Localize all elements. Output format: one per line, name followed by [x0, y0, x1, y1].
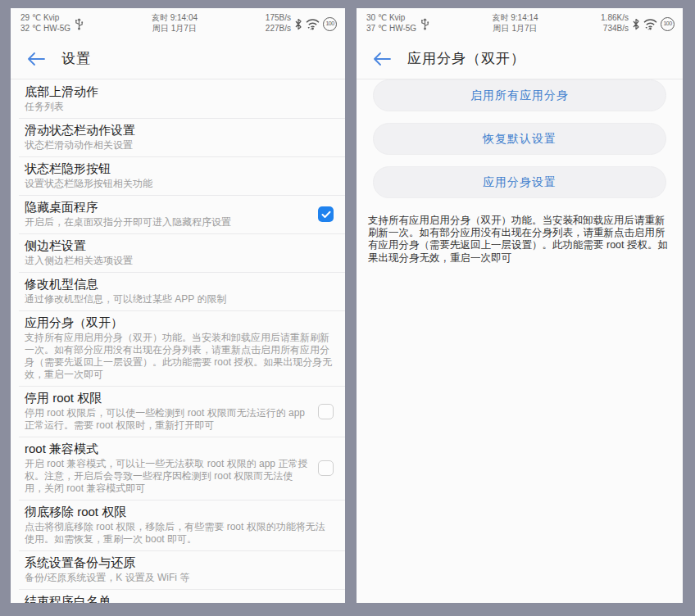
list-item-root-compat-mode[interactable]: root 兼容模式 开启 root 兼容模式，可以让一些无法获取 root 权限…: [11, 437, 345, 500]
checkbox-unchecked[interactable]: [318, 404, 334, 419]
item-subtitle: 备份/还原系统设置，K 设置及 WiFi 等: [25, 572, 334, 584]
list-item-kill-apps-whitelist[interactable]: 结束程序白名单: [11, 589, 345, 603]
item-title: 底部上滑动作: [25, 84, 334, 99]
status-upload-speed: 175B/s: [266, 13, 291, 24]
item-title: 系统设置备份与还原: [25, 555, 334, 570]
item-title: 修改机型信息: [25, 277, 334, 292]
status-download-speed: 734B/s: [601, 24, 629, 34]
status-date: 周日 1月7日: [492, 24, 538, 34]
item-subtitle: 点击将彻底移除 root 权限，移除后，有些需要 root 权限的功能将无法使用…: [25, 521, 334, 546]
page-title: 应用分身（双开）: [407, 49, 525, 68]
list-item-remove-root[interactable]: 彻底移除 root 权限 点击将彻底移除 root 权限，移除后，有些需要 ro…: [11, 500, 345, 550]
item-title: 结束程序白名单: [25, 594, 334, 603]
item-subtitle: 开启 root 兼容模式，可以让一些无法获取 root 权限的 app 正常授权…: [25, 458, 310, 495]
item-subtitle: 停用 root 权限后，可以使一些检测到 root 权限而无法运行的 app 正…: [25, 407, 310, 432]
checkbox-checked[interactable]: [318, 206, 334, 222]
item-title: 停用 root 权限: [25, 391, 310, 405]
status-time: 亥时 9:14:04: [152, 13, 198, 24]
item-subtitle: 开启后，在桌面双指分开即可进入隐藏程序设置: [25, 216, 310, 229]
item-subtitle: 进入侧边栏相关选项设置: [25, 255, 334, 267]
item-title: root 兼容模式: [25, 442, 310, 456]
list-item-hide-launcher-apps[interactable]: 隐藏桌面程序 开启后，在桌面双指分开即可进入隐藏程序设置: [11, 195, 345, 233]
list-item-disable-root[interactable]: 停用 root 权限 停用 root 权限后，可以使一些检测到 root 权限而…: [11, 386, 345, 437]
item-subtitle: 状态栏滑动动作相关设置: [25, 139, 334, 152]
status-bar: 30 ℃ Kvip 37 ℃ HW-5G 亥时 9:14:1: [357, 8, 683, 39]
list-item-statusbar-invisible-button[interactable]: 状态栏隐形按钮 设置状态栏隐形按钮相关功能: [11, 156, 345, 195]
item-subtitle: 任务列表: [25, 101, 334, 113]
app-twin-settings-button[interactable]: 应用分身设置: [373, 166, 666, 198]
wifi-icon: [305, 18, 320, 30]
status-temp-2: 37 ℃ HW-5G: [366, 24, 416, 34]
bluetooth-icon: [632, 18, 640, 30]
usb-icon: [420, 16, 429, 30]
item-subtitle: 设置状态栏隐形按钮相关功能: [25, 178, 334, 190]
status-temp-1: 30 ℃ Kvip: [366, 13, 416, 24]
status-time: 亥时 9:14:14: [492, 13, 538, 24]
battery-circle-icon: 100: [323, 17, 337, 31]
list-item-backup-restore[interactable]: 系统设置备份与还原 备份/还原系统设置，K 设置及 WiFi 等: [11, 550, 345, 589]
back-arrow-icon[interactable]: [373, 52, 391, 66]
settings-screen: 29 ℃ Kvip 32 ℃ HW-5G 亥时 9:14:0: [11, 8, 345, 603]
status-temp-2: 32 ℃ HW-5G: [20, 24, 70, 34]
bluetooth-icon: [294, 18, 302, 30]
checkmark-icon: [321, 211, 331, 219]
item-title: 侧边栏设置: [25, 238, 334, 253]
status-download-speed: 227B/s: [266, 24, 291, 34]
app-twin-header: 应用分身（双开）: [357, 39, 683, 79]
usb-icon: [75, 16, 84, 30]
settings-list: 底部上滑动作 任务列表 滑动状态栏动作设置 状态栏滑动动作相关设置 状态栏隐形按…: [11, 79, 345, 603]
checkbox-unchecked[interactable]: [318, 460, 334, 476]
item-title: 彻底移除 root 权限: [25, 505, 334, 519]
list-item-bottom-swipe[interactable]: 底部上滑动作 任务列表: [11, 79, 345, 118]
item-title: 隐藏桌面程序: [25, 200, 310, 215]
item-title: 状态栏隐形按钮: [25, 161, 334, 176]
item-subtitle: 通过修改机型信息，可以绕过某些 APP 的限制: [25, 293, 334, 306]
item-subtitle: 支持所有应用启用分身（双开）功能。当安装和卸载应用后请重新刷新一次。如有部分应用…: [25, 332, 334, 381]
list-item-sidebar-settings[interactable]: 侧边栏设置 进入侧边栏相关选项设置: [11, 233, 345, 272]
wifi-icon: [643, 18, 658, 30]
list-item-statusbar-swipe[interactable]: 滑动状态栏动作设置 状态栏滑动动作相关设置: [11, 118, 345, 156]
page-title: 设置: [61, 49, 91, 68]
app-twin-screen: 30 ℃ Kvip 37 ℃ HW-5G 亥时 9:14:1: [357, 8, 683, 603]
status-date: 周日 1月7日: [152, 24, 198, 34]
status-bar: 29 ℃ Kvip 32 ℃ HW-5G 亥时 9:14:0: [11, 8, 345, 39]
app-twin-description: 支持所有应用启用分身（双开）功能。当安装和卸载应用后请重新刷新一次。如有部分应用…: [357, 210, 683, 265]
back-arrow-icon[interactable]: [27, 52, 45, 66]
list-item-modify-model-info[interactable]: 修改机型信息 通过修改机型信息，可以绕过某些 APP 的限制: [11, 272, 345, 310]
item-title: 应用分身（双开）: [25, 315, 334, 330]
status-upload-speed: 1.86K/s: [601, 13, 629, 24]
restore-default-settings-button[interactable]: 恢复默认设置: [373, 123, 666, 155]
status-temp-1: 29 ℃ Kvip: [20, 13, 70, 24]
item-title: 滑动状态栏动作设置: [25, 123, 334, 138]
settings-header: 设置: [11, 39, 345, 79]
battery-circle-icon: 100: [661, 17, 675, 31]
enable-all-app-twin-button[interactable]: 启用所有应用分身: [373, 79, 666, 111]
list-item-app-twin[interactable]: 应用分身（双开） 支持所有应用启用分身（双开）功能。当安装和卸载应用后请重新刷新…: [11, 310, 345, 386]
